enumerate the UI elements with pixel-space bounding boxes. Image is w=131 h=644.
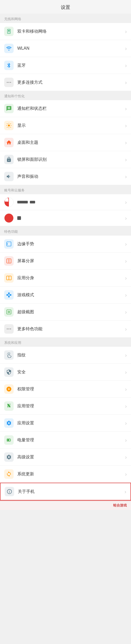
notification-bar-label: 通知栏和状态栏 bbox=[17, 106, 123, 111]
setting-item-advanced[interactable]: 高级设置 bbox=[0, 449, 131, 466]
chevron-icon bbox=[125, 437, 127, 443]
notification-group: 通知栏和状态栏 显示 桌面和主题 bbox=[0, 100, 131, 185]
sound-icon-wrap bbox=[4, 172, 14, 181]
section-account: 账号和云服务 bbox=[0, 185, 131, 226]
page-title: 设置 bbox=[0, 0, 131, 14]
setting-item-desktop-theme[interactable]: 桌面和主题 bbox=[0, 134, 131, 151]
battery-label: 电量管理 bbox=[17, 437, 123, 443]
svg-point-6 bbox=[8, 82, 9, 83]
fingerprint-icon-wrap bbox=[4, 350, 14, 360]
chevron-icon bbox=[125, 420, 127, 426]
super-screenshot-label: 超级截图 bbox=[17, 309, 123, 315]
fingerprint-icon bbox=[6, 352, 12, 358]
chevron-icon bbox=[125, 258, 127, 264]
chevron-icon bbox=[125, 471, 127, 477]
setting-item-display[interactable]: 显示 bbox=[0, 117, 131, 134]
page-container: 设置 无线和网络 双卡和移动网络 bbox=[0, 0, 131, 510]
section-notification: 通知和个性化 通知栏和状态栏 显示 bbox=[0, 91, 131, 185]
account2-info bbox=[17, 216, 123, 220]
setting-item-battery[interactable]: 电量管理 bbox=[0, 432, 131, 449]
system-update-label: 系统更新 bbox=[17, 471, 123, 477]
svg-point-23 bbox=[10, 328, 11, 329]
setting-item-app-settings[interactable]: 应用设置 bbox=[0, 415, 131, 432]
setting-item-edge-gesture[interactable]: 边缘手势 bbox=[0, 236, 131, 253]
bluetooth-label: 蓝牙 bbox=[17, 63, 123, 68]
chevron-icon bbox=[125, 241, 127, 247]
setting-item-sound-vibration[interactable]: 声音和振动 bbox=[0, 168, 131, 185]
svg-rect-3 bbox=[9, 32, 10, 32]
account-item-2[interactable] bbox=[0, 210, 131, 226]
account-group bbox=[0, 194, 131, 226]
appmanage-icon bbox=[6, 403, 12, 409]
svg-rect-17 bbox=[9, 276, 11, 280]
section-header-notification: 通知和个性化 bbox=[0, 91, 131, 100]
battery-icon-wrap bbox=[4, 435, 14, 445]
desktop-theme-label: 桌面和主题 bbox=[17, 140, 123, 145]
more-connections-label: 更多连接方式 bbox=[17, 80, 123, 85]
security-icon bbox=[6, 369, 12, 375]
chevron-icon bbox=[125, 123, 127, 129]
setting-item-fingerprint[interactable]: 指纹 bbox=[0, 347, 131, 364]
special-group: 边缘手势 屏幕分屏 bbox=[0, 236, 131, 337]
section-header-system: 系统和应用 bbox=[0, 337, 131, 347]
setting-item-system-update[interactable]: 系统更新 bbox=[0, 466, 131, 483]
security-icon-wrap bbox=[4, 367, 14, 377]
chevron-icon bbox=[125, 292, 127, 298]
setting-item-dual-sim[interactable]: 双卡和移动网络 bbox=[0, 23, 131, 40]
setting-item-security[interactable]: 安全 bbox=[0, 364, 131, 381]
setting-item-notification-bar[interactable]: 通知栏和状态栏 bbox=[0, 100, 131, 117]
more-features-icon-wrap bbox=[4, 324, 14, 334]
chevron-icon bbox=[125, 403, 127, 409]
split-icon-wrap bbox=[4, 256, 14, 266]
chevron-icon bbox=[125, 454, 127, 460]
chevron-icon bbox=[125, 79, 127, 86]
permission-icon bbox=[6, 386, 12, 392]
chevron-icon bbox=[125, 386, 127, 392]
theme-icon bbox=[6, 140, 12, 145]
setting-item-lock-screen[interactable]: 锁屏和面部识别 bbox=[0, 151, 131, 168]
more-icon bbox=[6, 79, 12, 85]
screenshot-icon bbox=[6, 309, 12, 315]
setting-item-permission[interactable]: 权限管理 bbox=[0, 381, 131, 398]
fingerprint-label: 指纹 bbox=[17, 352, 123, 358]
chevron-icon bbox=[125, 199, 127, 205]
about-icon-wrap bbox=[5, 487, 14, 496]
setting-item-bluetooth[interactable]: 蓝牙 bbox=[0, 57, 131, 74]
account-item-1[interactable] bbox=[0, 194, 131, 210]
setting-item-wlan[interactable]: WLAN bbox=[0, 40, 131, 57]
setting-item-super-screenshot[interactable]: 超级截图 bbox=[0, 304, 131, 321]
setting-item-app-twin[interactable]: 应用分身 bbox=[0, 270, 131, 287]
account2-icon bbox=[4, 213, 13, 223]
chevron-icon bbox=[125, 215, 127, 221]
appsettings-icon bbox=[6, 420, 12, 426]
chevron-icon bbox=[124, 489, 126, 495]
chevron-icon bbox=[125, 369, 127, 375]
update-icon bbox=[6, 471, 12, 477]
chevron-icon bbox=[125, 326, 127, 332]
appmanage-icon-wrap bbox=[4, 401, 14, 411]
svg-point-15 bbox=[8, 260, 9, 261]
account2-name bbox=[17, 216, 123, 220]
system-group: 指纹 安全 权限管理 bbox=[0, 347, 131, 500]
wifi-icon bbox=[6, 45, 12, 51]
chevron-icon bbox=[125, 45, 127, 52]
setting-item-about-phone[interactable]: 关于手机 bbox=[0, 483, 131, 500]
edge-icon-wrap bbox=[4, 239, 14, 249]
chevron-icon bbox=[125, 140, 127, 146]
svg-rect-26 bbox=[7, 439, 9, 441]
setting-item-split-screen[interactable]: 屏幕分屏 bbox=[0, 253, 131, 270]
svg-rect-11 bbox=[4, 214, 13, 223]
setting-item-more-connections[interactable]: 更多连接方式 bbox=[0, 74, 131, 91]
app-settings-label: 应用设置 bbox=[17, 420, 123, 426]
twin-icon-wrap bbox=[4, 273, 14, 283]
game-mode-label: 游戏模式 bbox=[17, 292, 123, 298]
account1-info bbox=[17, 201, 123, 203]
setting-item-more-features[interactable]: 更多特色功能 bbox=[0, 321, 131, 337]
account1-name bbox=[17, 201, 123, 203]
notification-icon-wrap bbox=[4, 104, 14, 113]
bluetooth-icon bbox=[6, 62, 12, 68]
setting-item-game-mode[interactable]: 游戏模式 bbox=[0, 287, 131, 304]
setting-item-app-manage[interactable]: 应用管理 bbox=[0, 398, 131, 415]
svg-rect-25 bbox=[10, 440, 11, 441]
app-manage-label: 应用管理 bbox=[17, 403, 123, 409]
